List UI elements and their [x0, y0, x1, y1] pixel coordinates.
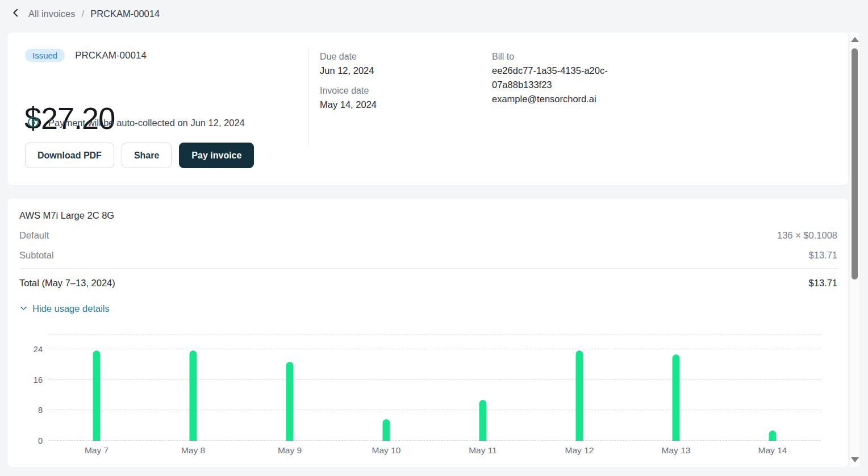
breadcrumb-current-invoice: PRCKAM-00014 [90, 9, 160, 19]
chart-column: May 10 [338, 335, 435, 441]
auto-collect-row: $ Payment will be auto-collected on Jun … [26, 115, 245, 131]
scrollbar-thumb[interactable] [852, 48, 858, 279]
chart-column: May 12 [531, 335, 628, 441]
chart-plot: May 7May 8May 9May 10May 11May 12May 13M… [48, 335, 821, 441]
due-date-value: Jun 12, 2024 [320, 64, 456, 78]
due-date-label: Due date [320, 49, 456, 64]
breadcrumb: All invoices / PRCKAM-00014 [9, 6, 160, 22]
usage-bar-chart: 081624 May 7May 8May 9May 10May 11May 12… [19, 335, 821, 460]
chart-bar[interactable] [383, 419, 390, 441]
invoice-actions: Download PDF Share Pay invoice [25, 143, 254, 168]
chevron-left-icon [10, 7, 21, 20]
scrollbar[interactable] [850, 32, 859, 467]
chart-column: May 9 [241, 335, 338, 441]
invoice-detail-page: All invoices / PRCKAM-00014 Issued PRCKA… [0, 0, 868, 476]
chart-column: May 7 [48, 335, 145, 441]
total-label: Total (May 7–13, 2024) [19, 278, 115, 289]
invoice-status-row: Issued PRCKAM-00014 [25, 49, 147, 62]
svg-text:$: $ [31, 118, 35, 126]
vertical-divider [308, 48, 308, 147]
chart-bar[interactable] [673, 354, 680, 441]
horizontal-divider [19, 268, 837, 269]
scroll-down-arrow-icon[interactable] [851, 457, 859, 462]
dates-column: Due date Jun 12, 2024 Invoice date May 1… [320, 49, 456, 112]
bill-to-email: example@tensorchord.ai [492, 92, 633, 106]
breadcrumb-separator: / [82, 9, 85, 19]
chart-bar[interactable] [479, 400, 487, 441]
toggle-label: Hide usage details [32, 303, 110, 314]
invoice-number: PRCKAM-00014 [75, 50, 147, 61]
chart-y-tick-label: 24 [34, 345, 43, 354]
chart-x-tick-label: May 14 [724, 445, 821, 456]
chart-bar[interactable] [576, 350, 583, 441]
line-item-label: Subtotal [19, 250, 54, 261]
auto-collect-note: Payment will be auto-collected on Jun 12… [48, 118, 245, 128]
total-row: Total (May 7–13, 2024) $13.71 [19, 278, 837, 289]
chart-bar[interactable] [286, 362, 294, 441]
line-item-row: Default 136 × $0.1008 [19, 230, 837, 241]
pay-invoice-button[interactable]: Pay invoice [179, 143, 254, 168]
scroll-up-arrow-icon[interactable] [851, 37, 859, 42]
download-pdf-button[interactable]: Download PDF [25, 143, 114, 168]
total-value: $13.71 [809, 278, 837, 289]
bill-to-column: Bill to ee26dc77-1a35-4135-a20c-07a88b13… [492, 49, 633, 106]
hide-usage-details-toggle[interactable]: Hide usage details [19, 303, 110, 314]
bill-to-label: Bill to [492, 49, 633, 64]
back-button[interactable] [9, 6, 22, 21]
share-button[interactable]: Share [122, 143, 172, 168]
chart-x-tick-label: May 10 [338, 445, 435, 456]
line-item-row: Subtotal $13.71 [19, 250, 837, 261]
chart-y-tick-label: 8 [38, 406, 43, 415]
chart-y-tick-label: 0 [38, 436, 43, 445]
chart-x-tick-label: May 9 [241, 445, 338, 456]
auto-renew-dollar-icon: $ [26, 115, 40, 131]
chevron-down-icon [19, 304, 28, 314]
chart-column: May 8 [145, 335, 241, 441]
invoice-date-value: May 14, 2024 [320, 98, 456, 112]
chart-bar[interactable] [190, 350, 197, 441]
chart-y-axis: 081624 [19, 335, 48, 441]
bill-to-id: ee26dc77-1a35-4135-a20c-07a88b133f23 [492, 64, 633, 92]
chart-x-tick-label: May 7 [48, 445, 145, 456]
chart-column: May 11 [435, 335, 531, 441]
chart-y-tick-label: 16 [34, 375, 43, 385]
chart-column: May 14 [724, 335, 821, 441]
line-item-value: $13.71 [809, 250, 837, 261]
line-item-value: 136 × $0.1008 [777, 230, 837, 241]
chart-x-tick-label: May 11 [435, 445, 531, 456]
line-item-label: Default [19, 230, 49, 241]
status-badge: Issued [25, 49, 65, 62]
breadcrumb-all-invoices[interactable]: All invoices [28, 9, 76, 19]
usage-details-card: AWS M7i Large 2C 8G Default 136 × $0.100… [7, 198, 848, 467]
invoice-date-label: Invoice date [320, 83, 456, 98]
chart-x-tick-label: May 8 [145, 445, 241, 456]
chart-x-tick-label: May 13 [628, 445, 724, 456]
chart-bar[interactable] [769, 431, 777, 441]
chart-column: May 13 [628, 335, 724, 441]
chart-bar[interactable] [93, 350, 101, 441]
product-name: AWS M7i Large 2C 8G [19, 210, 114, 221]
chart-x-tick-label: May 12 [531, 445, 628, 456]
invoice-summary-card: Issued PRCKAM-00014 $27.20 $ Payment wil… [7, 32, 848, 185]
